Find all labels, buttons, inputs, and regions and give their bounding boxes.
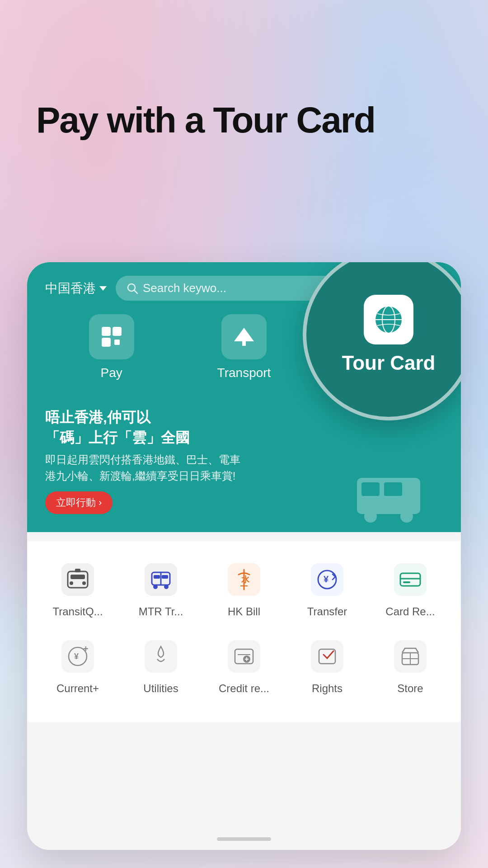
svg-text:¥: ¥	[74, 652, 79, 661]
chevron-down-icon	[99, 286, 107, 291]
store-icon	[390, 636, 431, 677]
current-icon: ¥ +	[57, 636, 98, 677]
svg-rect-52	[228, 640, 260, 673]
svg-rect-36	[154, 575, 160, 579]
service-creditre[interactable]: Credit re...	[210, 636, 278, 695]
hkbill-label: HK Bill	[228, 605, 260, 618]
svg-rect-22	[384, 482, 402, 496]
svg-rect-5	[102, 327, 111, 336]
svg-rect-8	[114, 340, 120, 345]
svg-point-33	[153, 585, 158, 589]
svg-rect-25	[61, 563, 94, 596]
banner-action-button[interactable]: 立即行動 ›	[45, 491, 113, 514]
app-content: Tour Card 中国香港 Search keywo...	[27, 262, 461, 850]
transport-icon-item[interactable]: Transport	[178, 314, 310, 380]
svg-rect-43	[394, 563, 427, 596]
svg-point-23	[364, 510, 377, 523]
service-utilities[interactable]: Utilities	[127, 636, 195, 695]
transitq-icon	[57, 559, 98, 600]
svg-text:水: 水	[241, 575, 250, 584]
svg-rect-29	[70, 575, 85, 579]
hero-title: Pay with a Tour Card	[36, 99, 452, 141]
svg-point-24	[400, 510, 413, 523]
service-section: TransitQ...	[27, 541, 461, 722]
hkbill-icon: 水	[224, 559, 264, 600]
svg-line-4	[134, 290, 137, 293]
current-label: Current+	[56, 682, 99, 695]
service-current[interactable]: ¥ + Current+	[44, 636, 112, 695]
pay-label: Pay	[101, 366, 122, 380]
cardre-icon	[390, 559, 431, 600]
search-placeholder: Search keywo...	[143, 281, 226, 295]
banner-illustration	[348, 460, 447, 528]
svg-rect-46	[403, 581, 410, 583]
utilities-icon	[141, 636, 181, 677]
transitq-label: TransitQ...	[52, 605, 103, 618]
svg-rect-10	[242, 341, 246, 346]
utilities-label: Utilities	[143, 682, 178, 695]
svg-rect-37	[162, 575, 168, 579]
svg-rect-51	[145, 640, 177, 673]
globe-icon	[373, 304, 404, 335]
transfer-icon: ¥	[307, 559, 347, 600]
home-indicator	[217, 837, 271, 841]
region-selector[interactable]: 中国香港	[45, 280, 107, 297]
mtr-label: MTR Tr...	[139, 605, 183, 618]
creditre-label: Credit re...	[219, 682, 269, 695]
creditre-icon	[224, 636, 264, 677]
cardre-label: Card Re...	[385, 605, 435, 618]
transfer-label: Transfer	[307, 605, 347, 618]
service-transitq[interactable]: TransitQ...	[44, 559, 112, 618]
svg-rect-21	[361, 482, 380, 496]
tour-card-label: Tour Card	[342, 352, 436, 374]
service-row-1: TransitQ...	[36, 555, 452, 632]
svg-marker-9	[234, 328, 254, 341]
transport-icon-box	[221, 314, 267, 359]
svg-point-27	[70, 581, 73, 585]
service-row-2: ¥ + Current+ Utilitie	[36, 632, 452, 708]
svg-rect-58	[311, 640, 343, 673]
phone-mockup: Tour Card 中国香港 Search keywo...	[27, 262, 461, 850]
pay-icon-item[interactable]: Pay	[45, 314, 178, 380]
service-mtr[interactable]: MTR Tr...	[127, 559, 195, 618]
svg-point-34	[164, 585, 169, 589]
svg-text:¥: ¥	[324, 574, 329, 584]
rights-icon	[307, 636, 347, 677]
region-text: 中国香港	[45, 280, 96, 297]
svg-point-28	[82, 581, 86, 585]
tour-card-icon-box	[364, 295, 413, 344]
service-store[interactable]: Store	[376, 636, 444, 695]
service-hkbill[interactable]: 水 HK Bill	[210, 559, 278, 618]
svg-rect-30	[75, 569, 80, 572]
transport-icon	[231, 324, 257, 349]
svg-rect-6	[113, 327, 122, 336]
service-cardre[interactable]: Card Re...	[376, 559, 444, 618]
service-transfer[interactable]: ¥ Transfer	[293, 559, 361, 618]
transport-label: Transport	[217, 366, 271, 380]
svg-rect-7	[102, 338, 111, 347]
pay-icon	[99, 324, 124, 349]
svg-text:+: +	[83, 644, 89, 654]
search-icon	[127, 283, 138, 294]
store-label: Store	[397, 682, 423, 695]
rights-label: Rights	[312, 682, 343, 695]
service-rights[interactable]: Rights	[293, 636, 361, 695]
pay-icon-box	[89, 314, 134, 359]
mtr-icon	[141, 559, 181, 600]
